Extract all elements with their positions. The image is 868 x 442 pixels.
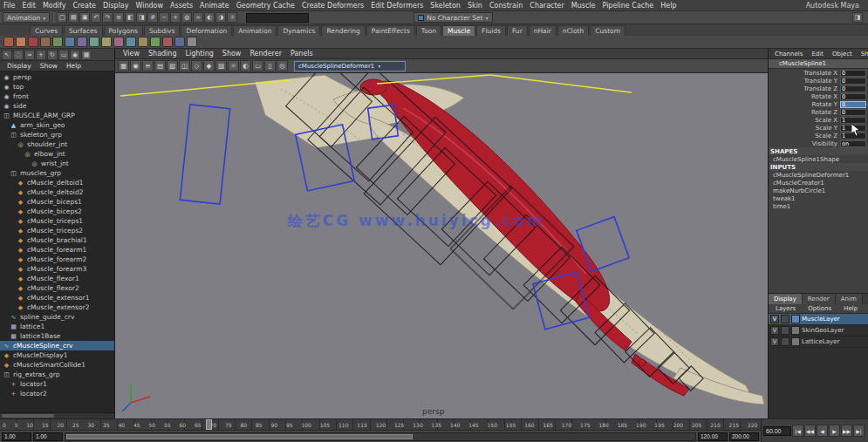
layer-row[interactable]: V MuscleLayer [769, 314, 868, 325]
viewport-menu-item[interactable]: Renderer [246, 50, 285, 58]
go-to-start-button[interactable]: |◀ [792, 425, 803, 437]
layer-color-swatch[interactable] [791, 337, 800, 346]
shelf-tab[interactable]: Fluids [476, 25, 506, 36]
menu-item[interactable]: Help [657, 2, 680, 10]
shelf-tab[interactable]: Fur [507, 25, 528, 36]
channel-node[interactable]: tweak1 [769, 194, 868, 202]
menu-item[interactable]: Constrain [486, 2, 526, 10]
layer-color-swatch[interactable] [791, 315, 800, 323]
channel-node[interactable]: cMuscleSpline1Shape [769, 155, 868, 163]
select-hierarchy-icon[interactable]: ≡ [113, 12, 124, 23]
isolate-select-icon[interactable]: ◎ [277, 60, 288, 71]
channel-box-menu-item[interactable]: Channels [771, 51, 806, 58]
layer-color-swatch[interactable] [791, 326, 800, 335]
animation-start-field[interactable] [2, 432, 31, 441]
muscle-cache-icon[interactable] [174, 37, 185, 47]
menu-item[interactable]: Pipeline Cache [598, 2, 657, 10]
two-d-pan-zoom-icon[interactable]: ◫ [179, 60, 190, 71]
layer-menu-item[interactable]: Help [840, 305, 861, 312]
deformer-dropdown[interactable]: cMuscleSplineDeformer1 ▾ [294, 61, 406, 71]
viewport-menu-item[interactable]: Show [219, 50, 245, 58]
outliner-item[interactable]: ◆ cMuscle_triceps2 [0, 226, 114, 235]
outliner-item[interactable]: + locator1 [0, 379, 114, 389]
select-object-icon[interactable]: ◧ [125, 12, 135, 23]
channel-box-menu-item[interactable]: Object [829, 51, 856, 58]
outliner-item[interactable]: ◆ cMuscle_brachial1 [0, 235, 114, 245]
last-tool-icon[interactable]: ▦ [81, 50, 92, 60]
outliner-item[interactable]: ◆ cMuscle_flexor1 [0, 274, 114, 283]
channel-value-field[interactable]: 0 [840, 109, 866, 116]
range-slider-handle[interactable] [66, 434, 413, 439]
outliner-item[interactable]: ◉ side [0, 101, 114, 111]
bookmark-icon[interactable]: ▤ [154, 60, 166, 71]
outliner-menu-item[interactable]: Show [37, 62, 61, 70]
playback-end-field[interactable] [698, 432, 728, 441]
layer-editor-tab[interactable]: Display [769, 294, 803, 304]
outliner-item[interactable]: ◆ cMuscle_triceps1 [0, 216, 114, 226]
menu-item[interactable]: Edit [18, 2, 39, 10]
show-manipulator-tool-icon[interactable]: ◉ [70, 50, 80, 60]
rotate-tool-icon[interactable]: ↻ [47, 50, 58, 60]
snap-grid-icon[interactable]: # [147, 12, 158, 23]
menu-item[interactable]: Assets [167, 2, 196, 10]
outliner-item[interactable]: ◎ wrist_jnt [0, 159, 114, 168]
muscle-display-icon[interactable] [101, 37, 112, 47]
move-tool-icon[interactable]: + [36, 50, 46, 60]
select-component-icon[interactable]: ◨ [136, 12, 147, 23]
layer-playback-toggle[interactable] [781, 337, 789, 346]
animation-end-field[interactable] [729, 432, 759, 441]
layer-editor-tab[interactable]: Anim [836, 294, 863, 304]
sidebar-toggle-icon[interactable]: ◨ [852, 12, 863, 23]
ipr-render-icon[interactable]: ◑ [215, 12, 226, 23]
shelf-tab[interactable]: Polygons [104, 25, 143, 36]
shelf-tab[interactable]: Toon [416, 25, 441, 36]
redo-icon[interactable]: ↷ [102, 12, 113, 23]
muscle-jiggle-icon[interactable] [162, 37, 173, 47]
outliner-item[interactable]: ◆ cMuscle_forearm2 [0, 255, 114, 264]
undo-icon[interactable]: ↶ [91, 12, 101, 23]
outliner-item[interactable]: ◫ skeleton_grp [0, 130, 114, 139]
viewport-menu-item[interactable]: Lighting [181, 50, 216, 58]
viewport-menu-item[interactable]: Shading [145, 50, 181, 58]
snap-point-icon[interactable]: + [170, 12, 181, 23]
go-to-end-button[interactable]: ▶| [853, 425, 865, 437]
channel-value-field[interactable]: 0 [840, 93, 866, 100]
camera-attributes-icon[interactable]: ≡ [142, 60, 154, 71]
mirror-muscle-weights-icon[interactable] [126, 37, 136, 47]
menu-item[interactable]: Geometry Cache [233, 2, 298, 10]
resolution-gate-icon[interactable]: ▭ [252, 60, 263, 71]
paint-muscle-weights-icon[interactable] [113, 37, 124, 47]
channel-value-field[interactable]: 0 [840, 70, 866, 77]
outliner-menu-item[interactable]: Display [3, 62, 35, 70]
film-gate-icon[interactable]: ▯ [264, 60, 276, 71]
render-current-icon[interactable]: ◐ [204, 12, 215, 23]
select-tool-icon[interactable]: ↖ [2, 50, 12, 60]
menu-item[interactable]: Character [526, 2, 568, 10]
shelf-tab[interactable]: Deformation [181, 25, 232, 36]
new-scene-icon[interactable]: ▢ [57, 12, 67, 23]
outliner-item[interactable]: ◆ cMuscle_forearm3 [0, 264, 114, 274]
channel-node[interactable]: SHAPES [769, 147, 868, 155]
muscle-builder-icon[interactable] [3, 37, 14, 47]
muscle-creator-icon[interactable] [16, 37, 26, 47]
render-settings-icon[interactable]: ☼ [227, 12, 237, 23]
outliner-item[interactable]: ◎ shoulder_jnt [0, 139, 114, 149]
layer-playback-toggle[interactable] [781, 315, 789, 323]
step-back-button[interactable]: ◀◀ [804, 425, 816, 437]
step-forward-button[interactable]: ▶▶ [841, 425, 852, 437]
channel-value-field[interactable]: 1 [840, 117, 866, 124]
menu-item[interactable]: Display [99, 2, 133, 10]
outliner-item[interactable]: ◆ cMuscleDisplay1 [0, 350, 114, 360]
lights-icon[interactable]: ☼ [228, 60, 239, 71]
shadows-icon[interactable]: ◐ [240, 60, 251, 71]
snap-surface-icon[interactable]: ◍ [181, 12, 192, 23]
character-set-dropdown[interactable]: No Character Set ▾ [413, 12, 492, 23]
muscle-self-collide-icon[interactable] [138, 37, 148, 47]
quick-selection-field[interactable] [246, 13, 309, 23]
channel-value-field[interactable]: 0 [840, 85, 866, 92]
menu-item[interactable]: Skin [464, 2, 486, 10]
outliner-item[interactable]: ◆ cMuscle_biceps1 [0, 197, 114, 207]
outliner-item[interactable]: ◆ cMuscleSmartCollide1 [0, 360, 114, 370]
outliner-item[interactable]: ∿ cMuscleSpline_crv [0, 341, 114, 350]
channel-box-menu-item[interactable]: Edit [808, 51, 827, 58]
